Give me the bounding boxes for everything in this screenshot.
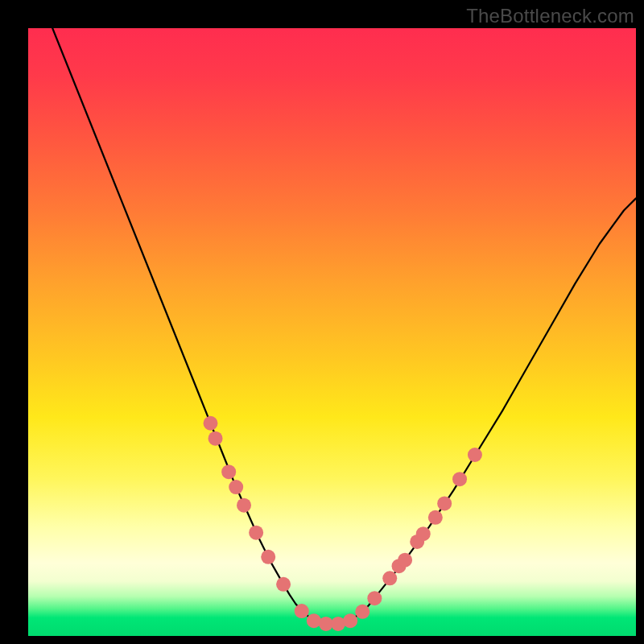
marker-point — [331, 617, 345, 631]
marker-point — [382, 571, 397, 585]
marker-point — [204, 416, 218, 431]
marker-point — [437, 496, 452, 510]
highlight-points — [204, 416, 482, 631]
marker-point — [452, 472, 467, 486]
marker-point — [208, 431, 223, 446]
marker-point — [237, 498, 251, 513]
chart-frame: TheBottleneck.com — [0, 0, 644, 644]
marker-point — [276, 577, 291, 592]
marker-point — [221, 464, 236, 479]
attribution-label: TheBottleneck.com — [466, 5, 634, 27]
marker-point — [398, 553, 412, 568]
marker-point — [355, 605, 369, 619]
marker-point — [229, 480, 243, 494]
marker-point — [468, 448, 482, 462]
marker-point — [428, 510, 443, 525]
marker-point — [416, 526, 431, 541]
chart-overlay — [28, 28, 636, 636]
marker-point — [307, 613, 321, 628]
bottleneck-curve — [52, 28, 636, 624]
marker-point — [295, 604, 309, 618]
marker-point — [261, 550, 275, 564]
marker-point — [367, 591, 382, 605]
marker-point — [343, 613, 357, 628]
marker-point — [249, 526, 263, 540]
